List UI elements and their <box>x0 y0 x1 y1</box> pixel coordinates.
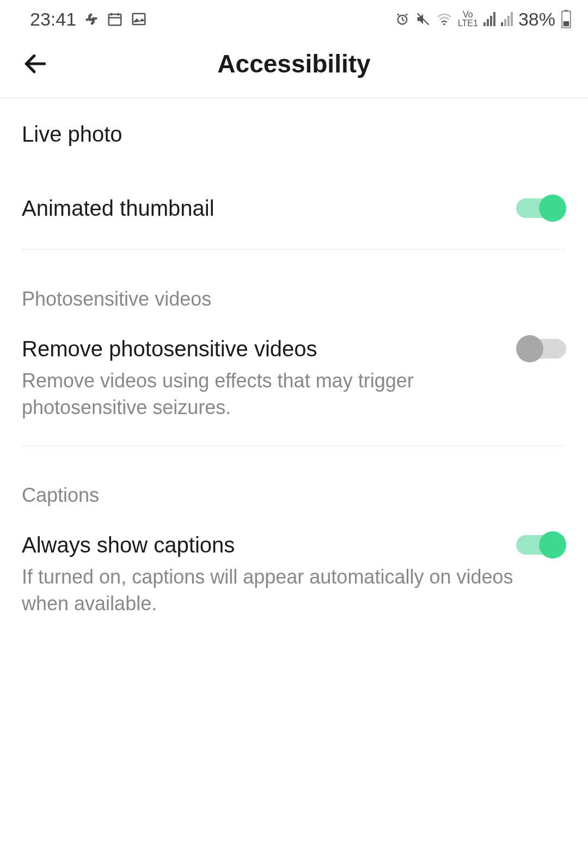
content: Live photo Animated thumbnail Photosensi… <box>0 98 588 641</box>
slack-icon <box>84 11 99 27</box>
header: Accessibility <box>0 38 588 98</box>
svg-rect-0 <box>109 14 121 25</box>
mute-icon <box>415 11 431 27</box>
battery-icon <box>561 10 572 28</box>
wifi-icon <box>436 13 452 26</box>
always-show-captions-row: Always show captions If turned on, capti… <box>22 512 566 641</box>
status-left: 23:41 <box>30 9 147 30</box>
live-photo-label: Live photo <box>22 122 122 147</box>
image-icon <box>131 11 147 27</box>
status-bar: 23:41 Vo LTE1 38% <box>0 0 588 38</box>
toggle-thumb <box>539 195 566 222</box>
animated-thumbnail-label: Animated thumbnail <box>22 196 215 221</box>
arrow-left-icon <box>22 50 49 77</box>
always-show-captions-toggle[interactable] <box>516 531 566 559</box>
toggle-thumb <box>539 531 566 559</box>
status-right: Vo LTE1 38% <box>395 9 572 30</box>
svg-rect-4 <box>133 14 145 25</box>
calendar-icon <box>107 11 123 27</box>
battery-percent: 38% <box>518 9 555 30</box>
remove-photosensitive-desc: Remove videos using effects that may tri… <box>22 368 566 421</box>
remove-photosensitive-title: Remove photosensitive videos <box>22 337 317 361</box>
captions-section-header: Captions <box>22 446 566 512</box>
always-show-captions-title: Always show captions <box>22 533 235 557</box>
status-time: 23:41 <box>30 9 76 30</box>
toggle-thumb <box>516 335 543 362</box>
remove-photosensitive-row: Remove photosensitive videos Remove vide… <box>22 316 566 445</box>
svg-line-9 <box>406 14 408 15</box>
animated-thumbnail-toggle[interactable] <box>516 195 566 222</box>
photosensitive-section-header: Photosensitive videos <box>22 250 566 316</box>
page-title: Accessibility <box>22 49 566 78</box>
svg-point-11 <box>443 23 445 26</box>
remove-photosensitive-toggle[interactable] <box>516 335 566 362</box>
svg-line-7 <box>402 20 405 21</box>
signal-1-icon <box>483 12 495 26</box>
alarm-icon <box>395 11 410 27</box>
svg-line-8 <box>397 14 400 15</box>
always-show-captions-desc: If turned on, captions will appear autom… <box>22 564 566 617</box>
volte-label: Vo LTE1 <box>458 10 478 28</box>
live-photo-row[interactable]: Live photo <box>22 98 566 171</box>
signal-2-icon <box>501 12 513 26</box>
animated-thumbnail-row: Animated thumbnail <box>22 171 566 249</box>
back-button[interactable] <box>22 50 49 77</box>
svg-rect-14 <box>564 21 569 26</box>
